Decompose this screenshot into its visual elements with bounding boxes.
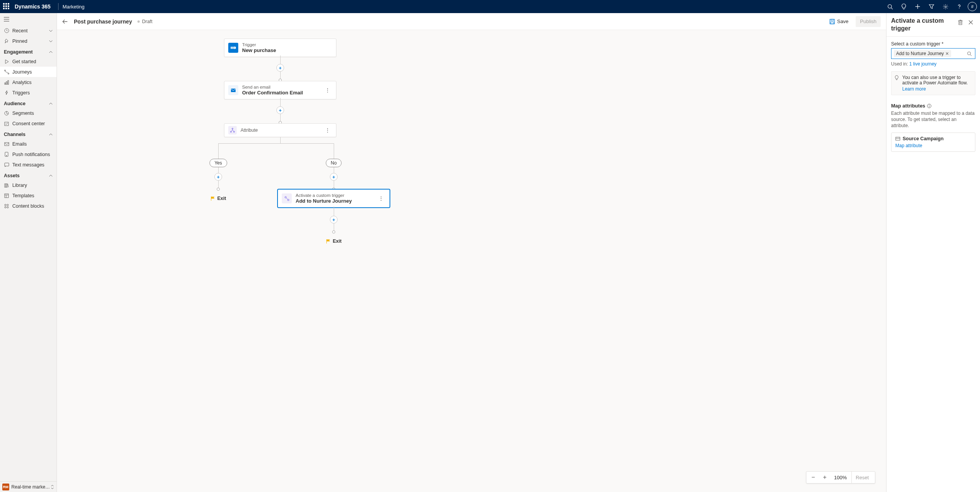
- bolt-icon: [4, 90, 9, 96]
- node-more-icon[interactable]: ⋮: [323, 127, 332, 133]
- gear-icon[interactable]: [938, 0, 952, 13]
- analytics-icon: [4, 80, 9, 85]
- area-switcher[interactable]: RM Real-time marketi...: [0, 481, 57, 492]
- hamburger-button[interactable]: [0, 13, 57, 25]
- lookup-search-icon[interactable]: [965, 51, 973, 56]
- content: Post purchase journey Draft Save Publish…: [57, 13, 886, 492]
- sidebar-item-content-blocks[interactable]: Content blocks: [0, 201, 57, 211]
- sidebar-item-text[interactable]: Text messages: [0, 160, 57, 170]
- sidebar-item-label: Journeys: [12, 69, 32, 75]
- node-custom-trigger[interactable]: Activate a custom trigger Add to Nurture…: [278, 189, 390, 208]
- svg-point-38: [234, 131, 235, 133]
- exit-no: Exit: [326, 238, 342, 244]
- close-button[interactable]: [966, 18, 975, 27]
- help-icon[interactable]: [952, 0, 966, 13]
- connector: [334, 143, 334, 159]
- chevron-down-icon: [49, 30, 53, 32]
- node-label: Activate a custom trigger: [296, 193, 352, 198]
- search-icon[interactable]: [883, 0, 897, 13]
- connector-dot: [332, 230, 335, 233]
- play-icon: [4, 59, 9, 64]
- svg-point-28: [7, 204, 8, 206]
- sidebar: Recent Pinned Engagement Get started Jou…: [0, 13, 57, 492]
- svg-point-40: [288, 199, 289, 201]
- used-in-text: Used in: 1 live journey: [891, 61, 975, 67]
- node-more-icon[interactable]: ⋮: [377, 195, 386, 202]
- zoom-in-button[interactable]: +: [820, 473, 829, 482]
- branch-no[interactable]: No: [326, 159, 341, 167]
- map-attribute-link[interactable]: Map attribute: [895, 143, 922, 148]
- chip-remove-icon[interactable]: ✕: [945, 51, 949, 56]
- consent-icon: [4, 121, 9, 126]
- sidebar-item-templates[interactable]: Templates: [0, 190, 57, 201]
- branch-yes[interactable]: Yes: [209, 159, 227, 167]
- add-step-button[interactable]: +: [330, 216, 338, 223]
- learn-more-link[interactable]: Learn more: [902, 86, 926, 92]
- status-label: Draft: [142, 19, 152, 24]
- add-step-button[interactable]: +: [330, 173, 338, 181]
- avatar[interactable]: #: [968, 2, 977, 11]
- sidebar-item-label: Emails: [12, 141, 27, 147]
- lookup-chip[interactable]: Add to Nurture Journey ✕: [894, 50, 951, 57]
- plus-icon[interactable]: [911, 0, 925, 13]
- sidebar-item-library[interactable]: Library: [0, 180, 57, 190]
- delete-button[interactable]: [955, 18, 965, 27]
- section-assets[interactable]: Assets: [0, 170, 57, 180]
- node-title: Add to Nurture Journey: [296, 198, 352, 204]
- divider: [58, 3, 59, 10]
- sidebar-item-get-started[interactable]: Get started: [0, 56, 57, 67]
- chevron-up-icon: [49, 133, 53, 136]
- attribute-card[interactable]: Source Campaign Map attribute: [891, 133, 975, 152]
- add-step-button[interactable]: +: [276, 64, 284, 72]
- map-section-desc: Each attribute must be mapped to a data …: [891, 110, 975, 129]
- add-step-button[interactable]: +: [214, 173, 222, 181]
- clock-icon: [4, 28, 9, 34]
- zoom-reset-button[interactable]: Reset: [851, 472, 873, 483]
- svg-rect-18: [5, 143, 9, 146]
- connector-dot: [217, 188, 220, 191]
- sidebar-item-triggers[interactable]: Triggers: [0, 87, 57, 98]
- sidebar-item-analytics[interactable]: Analytics: [0, 77, 57, 87]
- app-module[interactable]: Marketing: [62, 4, 84, 10]
- svg-rect-21: [5, 163, 9, 166]
- add-step-button[interactable]: +: [276, 106, 284, 114]
- svg-line-47: [970, 55, 972, 56]
- svg-rect-14: [6, 82, 7, 84]
- back-button[interactable]: [62, 19, 72, 24]
- sidebar-pinned[interactable]: Pinned: [0, 36, 57, 46]
- node-email[interactable]: Send an email Order Confirmation Email ⋮: [224, 81, 336, 99]
- node-attribute[interactable]: Attribute ⋮: [224, 123, 336, 137]
- node-title: Order Confirmation Email: [242, 90, 303, 96]
- sidebar-item-segments[interactable]: Segments: [0, 108, 57, 118]
- section-channels[interactable]: Channels: [0, 129, 57, 139]
- sidebar-item-journeys[interactable]: Journeys: [0, 67, 57, 77]
- app-launcher-icon[interactable]: [3, 3, 10, 10]
- trigger-lookup[interactable]: Add to Nurture Journey ✕: [891, 48, 975, 59]
- svg-point-39: [285, 196, 286, 198]
- section-audience[interactable]: Audience: [0, 98, 57, 108]
- sms-icon: [4, 162, 9, 168]
- svg-rect-23: [6, 184, 7, 187]
- lightbulb-icon[interactable]: [897, 0, 911, 13]
- area-label: Real-time marketi...: [12, 484, 50, 490]
- node-trigger[interactable]: Trigger New purchase: [224, 39, 336, 57]
- button-label: Publish: [860, 18, 876, 24]
- info-icon[interactable]: [927, 104, 932, 108]
- sidebar-item-consent[interactable]: Consent center: [0, 118, 57, 129]
- filter-icon[interactable]: [925, 0, 938, 13]
- connector: [280, 137, 281, 143]
- canvas[interactable]: Trigger New purchase + Send an email Ord…: [57, 30, 886, 492]
- publish-button: Publish: [856, 16, 881, 27]
- save-button[interactable]: Save: [825, 16, 853, 27]
- node-more-icon[interactable]: ⋮: [323, 87, 332, 93]
- svg-point-20: [6, 155, 7, 156]
- sidebar-recent[interactable]: Recent: [0, 25, 57, 36]
- chevron-down-icon: [49, 40, 53, 42]
- used-in-link[interactable]: 1 live journey: [909, 61, 937, 67]
- zoom-out-button[interactable]: −: [809, 473, 818, 482]
- chip-label: Add to Nurture Journey: [896, 51, 944, 56]
- status-dot: [137, 20, 140, 23]
- section-engagement[interactable]: Engagement: [0, 46, 57, 56]
- sidebar-item-push[interactable]: Push notifications: [0, 149, 57, 160]
- sidebar-item-emails[interactable]: Emails: [0, 139, 57, 149]
